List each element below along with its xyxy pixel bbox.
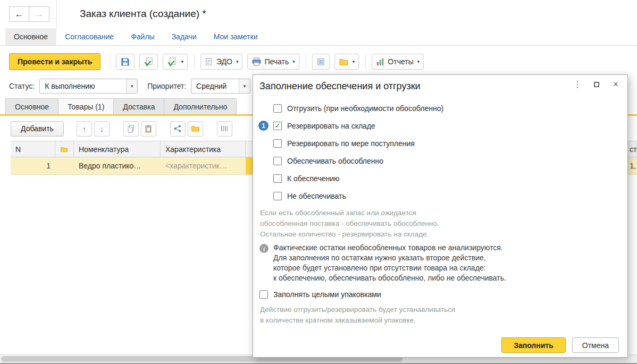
cancel-button[interactable]: Отмена	[572, 337, 619, 353]
paste-icon	[144, 124, 153, 133]
checkbox-do-not-provide[interactable]	[273, 192, 282, 200]
dialog-window-controls: ⋮ ×	[573, 80, 620, 89]
tab-notes[interactable]: Мои заметки	[205, 28, 266, 45]
option-reserve-warehouse[interactable]: 1 ✓ Резервировать на складе	[259, 117, 621, 134]
post-document-button[interactable]	[139, 54, 158, 70]
cell-row-number[interactable]: 1	[11, 157, 55, 174]
forward-button[interactable]: →	[29, 6, 49, 22]
option-label[interactable]: Не обеспечивать	[287, 192, 346, 200]
post-document-menu-button[interactable]: ▾	[163, 54, 188, 70]
column-header-n[interactable]: N	[11, 141, 55, 157]
option-label[interactable]: Резервировать на складе	[287, 122, 375, 130]
related-documents-button[interactable]	[312, 54, 330, 70]
bar-chart-icon	[376, 57, 385, 66]
info-line: Для заполнения по остаткам нужно указать…	[273, 253, 506, 263]
move-up-button[interactable]: ↑	[77, 121, 92, 137]
tab-tasks[interactable]: Задачи	[163, 28, 205, 45]
option-to-provision[interactable]: К обеспечению	[259, 170, 621, 187]
option-fill-whole-packs[interactable]: Заполнять целыми упаковками	[259, 286, 381, 302]
section-tabs: Основное Согласование Файлы Задачи Мои з…	[0, 28, 637, 46]
list-icon	[316, 57, 325, 66]
chevron-down-icon[interactable]: ▾	[126, 79, 137, 93]
doc-tab-goods[interactable]: Товары (1)	[58, 98, 113, 115]
chevron-down-icon: ▾	[236, 60, 239, 64]
attachments-row-button[interactable]	[188, 121, 203, 137]
status-label: Статус:	[9, 82, 35, 90]
checkbox-fill-whole-packs[interactable]	[259, 290, 268, 299]
column-header-partial[interactable]: ст	[628, 141, 637, 157]
option-do-not-provide[interactable]: Не обеспечивать	[259, 187, 621, 205]
fill-button[interactable]: Заполнить	[501, 337, 566, 353]
info-note: i Фактические остатки необособленных тов…	[259, 243, 506, 283]
cell-characteristic[interactable]: <характеристик…	[161, 157, 246, 174]
back-icon: ←	[15, 10, 24, 19]
folder-icon	[60, 146, 68, 153]
option-label[interactable]: К обеспечению	[287, 174, 340, 183]
option-label[interactable]: Отгрузить (при необходимости обособленно…	[287, 104, 443, 113]
info-line: которое будет установлено при отсутствии…	[273, 263, 506, 273]
priority-label: Приоритет:	[147, 82, 186, 90]
paste-button[interactable]	[141, 121, 156, 137]
post-and-close-button[interactable]: Провести и закрыть	[9, 53, 100, 70]
edo-icon	[205, 57, 214, 66]
structure-icon	[173, 124, 182, 133]
doc-tab-delivery[interactable]: Доставка	[113, 98, 164, 115]
app-window: ← → Заказ клиента (создание) * Основное …	[0, 0, 637, 364]
chevron-down-icon[interactable]: ▾	[239, 79, 250, 93]
post-document-menu-icon	[167, 57, 177, 67]
order-badge: 1	[258, 121, 269, 131]
column-header-characteristic[interactable]: Характеристика	[161, 141, 246, 157]
option-label[interactable]: Заполнять целыми упаковками	[273, 290, 381, 299]
info-line: к обеспечению, обеспечивать обособленно,…	[273, 273, 506, 283]
priority-value: Средний	[191, 79, 239, 93]
checkbox-to-provision[interactable]	[273, 174, 282, 183]
attachments-button[interactable]: ▾	[334, 54, 359, 70]
print-label: Печать	[264, 57, 289, 66]
checkbox-provide-separately[interactable]	[273, 157, 282, 165]
copy-button[interactable]	[123, 121, 139, 137]
status-select[interactable]: К выполнению ▾	[39, 79, 138, 94]
cell-partial-right[interactable]: 1,	[628, 157, 637, 174]
save-button[interactable]	[116, 54, 135, 70]
move-down-button[interactable]: ↓	[94, 121, 110, 137]
doc-tab-main[interactable]: Основное	[5, 98, 58, 115]
option-ship[interactable]: Отгрузить (при необходимости обособленно…	[259, 99, 621, 117]
tab-approval[interactable]: Согласование	[56, 28, 122, 45]
cell-nomenclature[interactable]: Ведро пластико…	[74, 157, 161, 174]
doc-tab-extra[interactable]: Дополнительно	[164, 98, 237, 115]
priority-select[interactable]: Средний ▾	[191, 79, 250, 94]
option-label[interactable]: Обеспечивать обособленно	[287, 157, 383, 165]
page-title: Заказ клиента (создание) *	[80, 8, 206, 20]
hint-text-top: Если есть обособленный запас или ожидает…	[260, 208, 439, 240]
document-tabs: Основное Товары (1) Доставка Дополнитель…	[5, 98, 237, 115]
option-provide-separately[interactable]: Обеспечивать обособленно	[259, 152, 621, 170]
add-row-button[interactable]: Добавить	[11, 121, 64, 137]
edo-button[interactable]: ЭДО ▾	[200, 54, 243, 70]
reports-label: Отчеты	[388, 57, 413, 66]
info-line: Фактические остатки необособленных товар…	[273, 243, 506, 253]
column-header-nomenclature[interactable]: Номенклатура	[74, 141, 161, 157]
move-down-icon: ↓	[100, 125, 104, 133]
tab-files[interactable]: Файлы	[122, 28, 163, 45]
tab-main[interactable]: Основное	[5, 28, 56, 45]
checkbox-reserve-warehouse[interactable]: ✓	[273, 122, 282, 130]
maximize-button[interactable]	[592, 80, 601, 89]
checkbox-reserve-incoming[interactable]	[273, 139, 282, 148]
toolbar-separator	[365, 54, 366, 69]
cell-active-fragment[interactable]	[246, 157, 253, 174]
chevron-down-icon: ▾	[353, 60, 355, 64]
structure-button[interactable]	[170, 121, 186, 137]
option-label[interactable]: Резервировать по мере поступления	[287, 139, 415, 148]
more-menu-icon[interactable]: ⋮	[573, 80, 582, 89]
print-button[interactable]: Печать ▾	[247, 54, 299, 70]
close-icon[interactable]: ×	[611, 80, 620, 89]
checkbox-ship[interactable]	[273, 104, 282, 113]
fill-menu-button[interactable]	[217, 121, 232, 137]
option-reserve-incoming[interactable]: Резервировать по мере поступления	[259, 134, 621, 152]
cell-attachments[interactable]	[55, 157, 74, 174]
column-header-attachments[interactable]	[55, 141, 74, 157]
reports-button[interactable]: Отчеты ▾	[372, 54, 424, 70]
fill-supply-dialog: Заполнение обеспечения и отгрузки ⋮ × От…	[253, 74, 628, 358]
back-button[interactable]: ←	[9, 6, 29, 22]
chevron-down-icon: ▾	[292, 60, 295, 64]
